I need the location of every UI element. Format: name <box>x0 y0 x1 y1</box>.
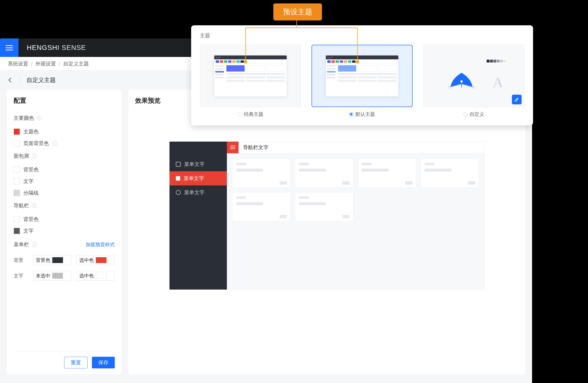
pair-text: 背景色 <box>36 257 50 264</box>
theme-label[interactable]: 默认主题 <box>349 111 375 117</box>
color-swatch[interactable] <box>14 178 20 184</box>
theme-label-text: 自定义 <box>470 111 484 117</box>
reset-button[interactable]: 重置 <box>64 357 87 368</box>
nodes-icon <box>176 190 181 195</box>
page-bg-row[interactable]: 页面背景色 i <box>14 140 115 147</box>
color-swatch[interactable] <box>14 190 20 196</box>
breadcrumb-divider-row[interactable]: 分隔线 <box>14 190 115 196</box>
preview-mock-app: 菜单文字 菜单文字 菜单文字 <box>169 141 484 290</box>
svg-point-1 <box>448 86 450 88</box>
save-button[interactable]: 保存 <box>92 357 115 368</box>
info-icon[interactable]: i <box>32 242 37 247</box>
config-heading: 配置 <box>14 96 115 105</box>
custom-thumb-inner: A <box>437 55 510 97</box>
preview-card <box>420 159 479 188</box>
theme-label-text: 默认主题 <box>356 111 375 117</box>
row-label: 文字 <box>23 178 34 185</box>
preview-header: 导航栏文字 <box>227 142 484 153</box>
group-menubar: 菜单栏 i 加载预置样式 <box>14 241 115 248</box>
annotation-text: 预设主题 <box>283 7 312 17</box>
menubar-bg-row: 背景 背景色 选中色 <box>14 255 115 265</box>
breadcrumb-bg-row[interactable]: 背景色 <box>14 166 115 173</box>
color-swatch <box>52 257 63 263</box>
preview-card <box>232 192 291 222</box>
svg-point-10 <box>356 60 359 64</box>
edit-custom-theme-button[interactable] <box>512 95 522 104</box>
hamburger-icon <box>230 147 235 147</box>
color-swatch[interactable] <box>14 228 20 234</box>
preview-card-grid <box>227 153 484 227</box>
work-area: 配置 主要颜色 i 主题色 页面背景色 i 面包屑 i <box>0 90 532 374</box>
breadcrumb-item[interactable]: 系统设置 <box>8 60 28 67</box>
config-panel: 配置 主要颜色 i 主题色 页面背景色 i 面包屑 i <box>7 90 122 374</box>
annotation-connector <box>243 21 365 67</box>
preview-menu-text: 菜单文字 <box>184 189 205 196</box>
breadcrumb-item[interactable]: 自定义主题 <box>63 60 89 67</box>
preview-top-menu-button <box>227 142 239 153</box>
row-label: 背景色 <box>23 216 39 223</box>
breadcrumb-text-row[interactable]: 文字 <box>14 178 115 185</box>
color-swatch-page-bg[interactable] <box>14 140 20 146</box>
preview-menu-item: 菜单文字 <box>169 157 227 171</box>
preview-menu-item-active: 菜单文字 <box>169 171 227 185</box>
radio-icon[interactable] <box>463 112 468 116</box>
group-title-text: 菜单栏 <box>14 241 29 248</box>
menubar-text-row: 文字 未选中 选中色 <box>14 271 115 281</box>
preview-card <box>232 159 291 188</box>
theme-label[interactable]: 自定义 <box>463 111 484 117</box>
group-breadcrumb: 面包屑 i <box>14 153 115 159</box>
breadcrumb-sep: / <box>31 61 33 67</box>
theme-option-custom[interactable]: A 自定义 <box>423 45 524 117</box>
info-icon[interactable]: i <box>32 154 37 158</box>
radio-icon[interactable] <box>349 112 354 116</box>
info-icon[interactable]: i <box>52 141 57 146</box>
annotation-callout: 预设主题 <box>273 3 322 21</box>
row-label: 页面背景色 <box>23 140 49 147</box>
row-label: 背景色 <box>23 166 39 173</box>
row-label: 主题色 <box>23 128 39 135</box>
letter-a-icon: A <box>493 75 503 90</box>
radio-icon[interactable] <box>238 112 242 116</box>
color-swatch-theme[interactable] <box>14 129 20 135</box>
svg-point-0 <box>460 80 463 83</box>
menubar-bg-color-picker[interactable]: 背景色 <box>33 255 71 265</box>
pair-text: 选中色 <box>79 272 94 279</box>
navbar-text-row[interactable]: 文字 <box>14 227 115 234</box>
info-icon[interactable]: i <box>32 203 37 208</box>
preview-menu-item: 菜单文字 <box>169 185 227 200</box>
color-swatch <box>96 273 106 279</box>
theme-color-row[interactable]: 主题色 <box>14 128 115 135</box>
breadcrumb-sep: / <box>59 61 60 67</box>
group-title-text: 主要颜色 <box>14 115 34 121</box>
svg-point-2 <box>473 86 475 88</box>
group-title-text: 面包屑 <box>14 153 29 159</box>
theme-label[interactable]: 经典主题 <box>238 111 263 117</box>
menubar-text-unselected-picker[interactable]: 未选中 <box>33 271 71 281</box>
back-chevron-icon[interactable] <box>8 78 13 83</box>
menubar-bg-selected-picker[interactable]: 选中色 <box>77 255 115 265</box>
color-swatch[interactable] <box>14 166 20 173</box>
vertical-divider <box>20 77 20 83</box>
color-palette-icon <box>485 58 508 64</box>
svg-point-9 <box>244 60 247 64</box>
load-preset-link[interactable]: 加载预置样式 <box>85 241 115 248</box>
brand-light: SENSE <box>60 44 86 51</box>
theme-thumb-custom[interactable]: A <box>423 45 524 107</box>
pair-text: 选中色 <box>79 257 94 264</box>
pair-text: 未选中 <box>36 272 50 279</box>
breadcrumb-item[interactable]: 外观设置 <box>36 60 56 67</box>
navbar-bg-row[interactable]: 背景色 <box>14 216 115 223</box>
pair-label: 文字 <box>14 272 28 279</box>
menubar-text-selected-picker[interactable]: 选中色 <box>77 271 115 281</box>
brand-logo-text: HENGSHI SENSE <box>27 44 86 52</box>
info-icon[interactable]: i <box>37 115 42 120</box>
page-title: 自定义主题 <box>26 76 56 84</box>
color-swatch[interactable] <box>14 216 20 222</box>
row-label: 分隔线 <box>23 190 39 196</box>
main-menu-button[interactable] <box>0 38 19 57</box>
group-title-text: 导航栏 <box>14 202 29 209</box>
pen-nib-icon <box>447 70 476 92</box>
preview-nav-text: 导航栏文字 <box>239 144 269 151</box>
preview-card <box>295 192 353 222</box>
chart-icon <box>176 176 180 180</box>
